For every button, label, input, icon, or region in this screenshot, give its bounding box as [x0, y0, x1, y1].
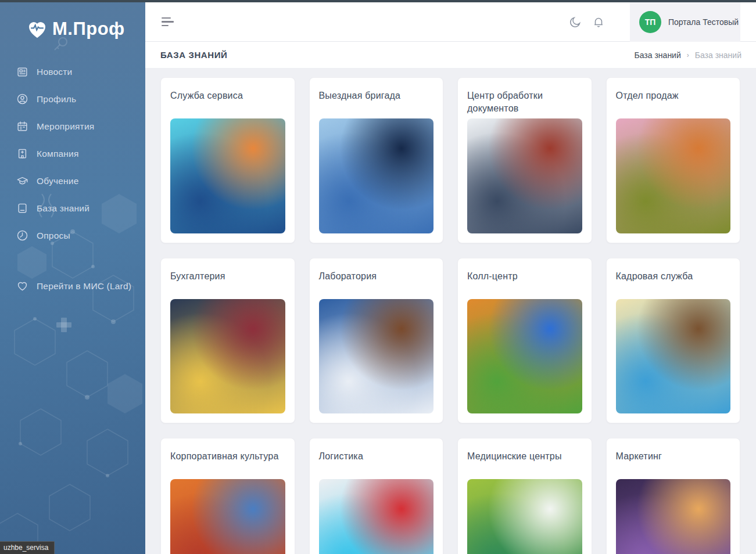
hamburger-icon[interactable]: [162, 16, 177, 28]
knowledge-card[interactable]: Кадровая служба: [606, 258, 741, 424]
knowledge-card[interactable]: Маркетинг: [606, 438, 741, 554]
breadcrumb-item-first[interactable]: База знаний: [635, 51, 681, 60]
card-title: Выездная бригада: [319, 89, 434, 116]
card-illustration: [170, 479, 285, 554]
knowledge-card[interactable]: Логистика: [309, 438, 444, 554]
sidebar-item-education[interactable]: Обучение: [0, 167, 145, 195]
card-title: Корпоративная культура: [170, 450, 285, 477]
knowledge-card[interactable]: Бухгалтерия: [160, 258, 295, 424]
page-title: БАЗА ЗНАНИЙ: [160, 50, 228, 60]
app-logo-text: М.Проф: [52, 19, 125, 39]
clock-pie-icon: [16, 229, 28, 242]
card-title: Маркетинг: [616, 450, 731, 477]
card-illustration: [467, 299, 582, 414]
sidebar-item-knowledge-base[interactable]: База знаний: [0, 195, 145, 222]
knowledge-card[interactable]: Выездная бригада: [309, 77, 444, 243]
heart-pulse-icon: [26, 17, 49, 41]
card-title: Центр обработки документов: [467, 89, 582, 116]
card-illustration: [616, 118, 731, 233]
building-icon: [16, 148, 28, 160]
knowledge-card[interactable]: Отдел продаж: [606, 77, 741, 243]
sidebar: М.Проф НовостиПрофильМероприятияКомпания…: [0, 2, 145, 554]
bell-icon: [592, 16, 605, 28]
sidebar-item-label: Профиль: [37, 94, 76, 105]
main-area: ТП Портала Тестовый БАЗА ЗНАНИЙ База зна…: [145, 2, 756, 554]
user-name: Портала Тестовый: [668, 17, 739, 27]
card-illustration: [319, 299, 434, 414]
card-illustration: [467, 479, 582, 554]
knowledge-card[interactable]: Центр обработки документов: [457, 77, 592, 243]
card-title: Лаборатория: [319, 270, 434, 297]
knowledge-card[interactable]: Служба сервиса: [160, 77, 295, 243]
card-title: Отдел продаж: [616, 89, 731, 116]
calendar-icon: [16, 120, 28, 132]
sidebar-item-label: Компания: [37, 149, 79, 159]
knowledge-card[interactable]: Медицинские центры: [457, 438, 592, 554]
moon-icon: [569, 16, 582, 28]
sidebar-item-events[interactable]: Мероприятия: [0, 113, 145, 140]
heart-outline-icon: [16, 280, 28, 292]
sidebar-item-label: Мероприятия: [37, 121, 94, 132]
page-header-row: БАЗА ЗНАНИЙ База знаний › База знаний: [145, 42, 756, 68]
dark-mode-toggle[interactable]: [564, 10, 587, 34]
sidebar-item-mis-link[interactable]: Перейти в МИС (Lard): [0, 272, 145, 300]
browser-link-preview: uzhbe_servisa: [0, 541, 55, 554]
sidebar-nav-footer: Перейти в МИС (Lard): [0, 272, 145, 300]
notifications-button[interactable]: [587, 10, 610, 34]
sidebar-item-label: Обучение: [37, 176, 78, 186]
knowledge-card[interactable]: Корпоративная культура: [160, 438, 295, 554]
window-top-strip: [0, 0, 756, 2]
top-header: ТП Портала Тестовый: [145, 2, 756, 42]
sidebar-item-news[interactable]: Новости: [0, 58, 145, 85]
knowledge-card[interactable]: Лаборатория: [309, 258, 444, 424]
content-area: Служба сервисаВыездная бригадаЦентр обра…: [145, 68, 756, 554]
knowledge-card[interactable]: Колл-центр: [457, 258, 592, 424]
avatar: ТП: [639, 11, 661, 33]
card-title: Колл-центр: [467, 270, 582, 297]
user-menu[interactable]: ТП Портала Тестовый: [630, 2, 740, 42]
card-illustration: [616, 479, 731, 554]
card-title: Служба сервиса: [170, 89, 285, 116]
chevron-right-icon: ›: [687, 51, 689, 59]
card-title: Медицинские центры: [467, 450, 582, 477]
breadcrumb: База знаний › База знаний: [635, 51, 741, 60]
graduation-cap-icon: [16, 175, 28, 187]
breadcrumb-item-last: База знаний: [695, 51, 741, 60]
sidebar-item-label: База знаний: [37, 203, 89, 214]
sidebar-item-label: Новости: [37, 67, 72, 77]
sidebar-item-label: Опросы: [37, 231, 70, 241]
sidebar-item-company[interactable]: Компания: [0, 140, 145, 167]
knowledge-cards-grid: Служба сервисаВыездная бригадаЦентр обра…: [160, 77, 740, 554]
card-title: Бухгалтерия: [170, 270, 285, 297]
book-icon: [16, 202, 28, 214]
app-logo[interactable]: М.Проф: [0, 2, 145, 41]
sidebar-item-surveys[interactable]: Опросы: [0, 222, 145, 249]
card-illustration: [170, 118, 285, 233]
card-illustration: [319, 479, 434, 554]
card-title: Логистика: [319, 450, 434, 477]
card-illustration: [319, 118, 434, 233]
card-illustration: [616, 299, 731, 414]
sidebar-item-label: Перейти в МИС (Lard): [37, 281, 131, 292]
sidebar-nav: НовостиПрофильМероприятияКомпанияОбучени…: [0, 58, 145, 249]
card-illustration: [170, 299, 285, 414]
news-icon: [16, 66, 28, 78]
profile-icon: [16, 93, 28, 105]
card-title: Кадровая служба: [616, 270, 731, 297]
card-illustration: [467, 118, 582, 233]
sidebar-item-profile[interactable]: Профиль: [0, 85, 145, 113]
